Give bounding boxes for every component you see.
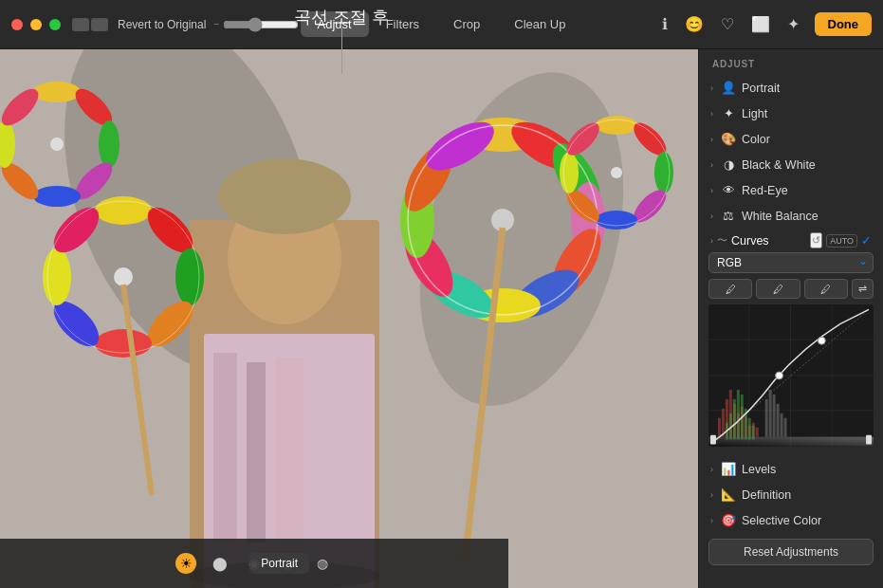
svg-rect-9 [275, 358, 304, 542]
selective-color-icon: 🎯 [721, 513, 736, 527]
curves-graph[interactable] [708, 304, 874, 447]
settings-icon[interactable]: ✦ [785, 13, 801, 35]
svg-point-41 [654, 152, 673, 193]
svg-point-93 [818, 337, 825, 344]
nav-tabs: Adjust Filters Crop Clean Up [301, 11, 583, 37]
curves-svg [708, 304, 874, 447]
view-toggle [72, 18, 108, 31]
curves-undo-button[interactable]: ↺ [810, 232, 822, 248]
close-button[interactable] [11, 19, 23, 30]
eyedropper-white-button[interactable]: 🖊 [804, 279, 848, 299]
share-icon[interactable]: ⬜ [749, 13, 772, 35]
curves-text: Curves [731, 234, 769, 248]
chevron-right-icon: › [710, 135, 713, 144]
tab-crop[interactable]: Crop [436, 11, 497, 37]
adjust-item-bw-label: Black & White [742, 158, 816, 172]
portrait-icon: 👤 [721, 81, 736, 95]
adjust-item-redeye[interactable]: › 👁 Red-Eye [699, 177, 883, 203]
adjust-item-color[interactable]: › 🎨 Color [699, 126, 883, 152]
svg-point-92 [776, 372, 783, 379]
svg-rect-87 [777, 404, 780, 437]
curves-section: › 〜 Curves ↺ AUTO ✓ RGB Red Green Blue [699, 229, 883, 456]
titlebar: Revert to Original − + Adjust Filters Cr… [0, 0, 883, 49]
portrait-button[interactable]: Portrait [249, 553, 309, 574]
sun-icon[interactable]: ☀ [175, 553, 196, 574]
definition-icon: 📐 [721, 487, 736, 502]
panel-header: ADJUST [699, 49, 883, 75]
revert-button[interactable]: Revert to Original [118, 18, 206, 31]
chevron-right-icon: › [710, 516, 713, 525]
svg-rect-88 [781, 413, 783, 437]
swap-button[interactable]: ⇌ [852, 279, 874, 299]
svg-rect-78 [733, 399, 736, 440]
done-button[interactable]: Done [815, 12, 873, 36]
adjust-item-selective-color[interactable]: › 🎯 Selective Color [699, 507, 883, 533]
svg-point-51 [99, 120, 120, 168]
heart-icon[interactable]: ♡ [719, 13, 736, 35]
svg-rect-65 [718, 418, 721, 437]
chevron-right-icon: › [710, 109, 713, 119]
fullscreen-button[interactable] [49, 19, 61, 30]
chevron-right-icon: › [710, 160, 713, 170]
emoji-icon[interactable]: 😊 [683, 13, 706, 35]
svg-point-5 [218, 158, 351, 234]
adjust-item-bw[interactable]: › ◑ Black & White [699, 152, 883, 177]
curves-check-icon[interactable]: ✓ [861, 233, 872, 248]
circle-icon-4[interactable]: ◍ [312, 553, 333, 574]
svg-rect-89 [784, 418, 787, 437]
svg-rect-85 [769, 390, 772, 437]
tab-filters[interactable]: Filters [369, 11, 436, 37]
zoom-minus-icon: − [213, 19, 219, 29]
tab-adjust[interactable]: Adjust [301, 11, 369, 37]
auto-badge[interactable]: AUTO [826, 234, 857, 248]
rgb-select[interactable]: RGB Red Green Blue [708, 252, 874, 273]
levels-icon: 📊 [721, 462, 736, 476]
zoom-slider[interactable] [223, 17, 299, 32]
svg-point-53 [33, 186, 81, 207]
info-icon[interactable]: ℹ [660, 13, 670, 35]
adjust-item-color-label: Color [742, 133, 770, 146]
adjust-item-whitebalance[interactable]: › ⚖ White Balance [699, 203, 883, 229]
adjust-item-portrait[interactable]: › 👤 Portrait [699, 75, 883, 101]
tab-cleanup[interactable]: Clean Up [497, 11, 582, 37]
svg-rect-95 [866, 435, 872, 445]
eyedropper-gray-button[interactable]: 🖊 [756, 279, 800, 299]
svg-rect-94 [710, 435, 716, 445]
chevron-right-icon: › [710, 490, 713, 500]
curves-label: › 〜 Curves [710, 233, 769, 248]
svg-rect-75 [756, 428, 759, 437]
chevron-right-icon: › [710, 465, 713, 474]
bottom-toolbar: ☀ ⬤ ◉ ◎ ◍ Portrait [0, 539, 508, 588]
main-area: ☀ ⬤ ◉ ◎ ◍ Portrait ADJUST › 👤 Portrait ›… [0, 49, 883, 588]
svg-point-43 [596, 211, 637, 230]
svg-point-19 [114, 267, 133, 286]
adjust-item-portrait-label: Portrait [742, 82, 780, 95]
adjust-item-wb-label: White Balance [742, 210, 819, 223]
svg-rect-7 [213, 353, 237, 542]
svg-rect-79 [737, 390, 740, 440]
chevron-right-icon: › [710, 211, 713, 221]
reset-adjustments-button[interactable]: Reset Adjustments [708, 539, 874, 565]
bw-icon: ◑ [721, 157, 736, 172]
adjust-item-definition[interactable]: › 📐 Definition [699, 482, 883, 507]
color-icon: 🎨 [721, 132, 736, 146]
zoom-slider-row: − + [213, 17, 308, 32]
eyedropper-black-button[interactable]: 🖊 [708, 279, 752, 299]
chevron-right-icon: › [710, 186, 713, 195]
photo-area[interactable]: ☀ ⬤ ◉ ◎ ◍ Portrait [0, 49, 698, 588]
svg-point-49 [33, 82, 81, 102]
adjust-item-levels[interactable]: › 📊 Levels [699, 456, 883, 482]
circle-icon-1[interactable]: ⬤ [210, 553, 230, 574]
adjust-item-light-label: Light [742, 107, 767, 120]
redeye-icon: 👁 [721, 183, 736, 197]
svg-point-57 [50, 138, 64, 151]
svg-point-45 [560, 152, 579, 193]
svg-point-47 [611, 167, 622, 178]
curves-controls: ↺ AUTO ✓ [810, 232, 872, 248]
adjust-item-light[interactable]: › ✦ Light [699, 101, 883, 126]
svg-rect-86 [773, 395, 776, 437]
split-view-button[interactable] [91, 18, 108, 31]
single-view-button[interactable] [72, 18, 89, 31]
minimize-button[interactable] [30, 19, 42, 30]
chevron-right-icon: › [710, 83, 713, 93]
